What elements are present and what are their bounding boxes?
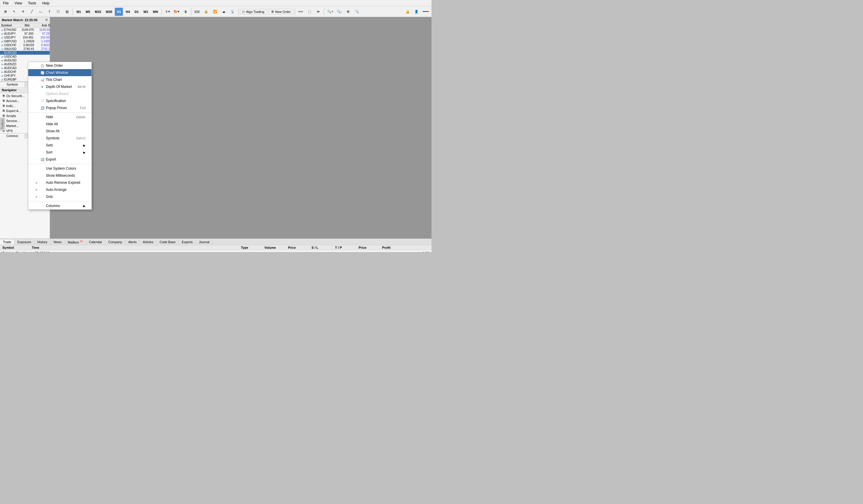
line-btn[interactable]: ╱ xyxy=(28,8,36,16)
ctx-item-hide_all[interactable]: Hide All xyxy=(28,121,91,128)
ide-btn[interactable]: IDE xyxy=(193,8,201,16)
ctx-item-symbols[interactable]: Symbols Ctrl+U xyxy=(28,135,91,142)
ctx-label-depth_of_market: Depth Of Market xyxy=(46,85,72,89)
market-watch-row[interactable]: ⇌ EURUSD 0.23% xyxy=(0,51,50,55)
new-order-btn[interactable]: ⊕ New Order xyxy=(268,9,293,14)
terminal-tab-alerts[interactable]: Alerts xyxy=(125,240,140,244)
market-watch-header: Market Watch: 22:25:05 ✕ xyxy=(0,17,50,23)
ctx-item-hide[interactable]: Hide Delete xyxy=(28,114,91,121)
sep6 xyxy=(324,8,324,15)
terminal-tab-journal[interactable]: Journal xyxy=(196,240,213,244)
ctx-item-sort[interactable]: Sort ▶ xyxy=(28,149,91,156)
tools-btn[interactable]: ▤ xyxy=(63,8,71,16)
hline-btn[interactable]: — xyxy=(37,8,45,16)
terminal-tab-news[interactable]: News xyxy=(51,240,65,244)
tf-w1[interactable]: W1 xyxy=(141,8,151,16)
tf-m15[interactable]: M15 xyxy=(93,8,103,16)
text-btn[interactable]: T xyxy=(45,8,53,16)
nav-expand-icon: ⊕ xyxy=(2,99,5,103)
ctx-item-export[interactable]: 🔄Export xyxy=(28,156,91,163)
grid-btn[interactable]: ⊞ xyxy=(344,8,352,16)
market-watch-row[interactable]: ⇌ AUDJPY 97.200 97.295 -0.81% xyxy=(0,32,50,36)
market-watch-row[interactable]: ⇌ GBPUSD 1.24928 1.24999 0.28% xyxy=(0,39,50,43)
terminal-tab-exposure[interactable]: Exposure xyxy=(14,240,34,244)
search-btn[interactable]: 🔍 xyxy=(353,8,361,16)
ctx-item-columns[interactable]: Columns ▶ xyxy=(28,202,91,209)
nav-item-label: Scripts xyxy=(6,114,16,118)
chart-shift-btn[interactable]: ⬚ xyxy=(305,8,314,16)
indicators-s-btn[interactable]: S xyxy=(182,8,190,16)
ctx-item-chart_window[interactable]: 📈Chart Window xyxy=(28,69,91,76)
ctx-item-specification[interactable]: 📄Specification xyxy=(28,97,91,104)
tf-mn[interactable]: MN xyxy=(151,8,160,16)
ctx-icon-symbols xyxy=(40,136,45,141)
ctx-icon-hide_all xyxy=(40,122,45,126)
menu-view[interactable]: View xyxy=(11,1,25,6)
color-btn[interactable]: 🎨▾ xyxy=(172,8,181,16)
toolbox-strip[interactable]: Toolbox xyxy=(0,118,5,130)
market-watch-row[interactable]: ⇌ USDCAD -0.12% xyxy=(0,55,50,59)
ctx-item-auto_arrange[interactable]: ✓Auto Arrange xyxy=(28,186,91,193)
ctx-left-auto_arrange: ✓Auto Arrange xyxy=(34,187,66,192)
account-btn[interactable]: 👤 xyxy=(412,8,421,16)
market-watch-row[interactable]: ⇌ USDJPY 154.491 154.569 -0.79% xyxy=(0,36,50,39)
ctx-item-depth_of_market[interactable]: ≡Depth Of Market Alt+B xyxy=(28,83,91,90)
ctx-item-use_system_colors[interactable]: Use System Colors xyxy=(28,165,91,172)
terminal-tab-company[interactable]: Company xyxy=(105,240,125,244)
tf-h4[interactable]: H4 xyxy=(124,8,132,16)
ctx-item-auto_remove_expired[interactable]: ✓Auto Remove Expired xyxy=(28,179,91,186)
terminal-tab-articles[interactable]: Articles xyxy=(140,240,157,244)
terminal-section: TradeExposureHistoryNewsMailbox 11Calend… xyxy=(0,238,432,252)
cloud-btn[interactable]: ☁ xyxy=(220,8,228,16)
new-chart-btn[interactable]: ⊞ xyxy=(1,8,9,16)
ctx-item-new_order[interactable]: 📋New Order xyxy=(28,62,91,69)
market-watch-row[interactable]: ⇌ USDCHF 0.90159 0.90229 -0.58% xyxy=(0,43,50,47)
chart-type-btn[interactable]: 🕯▾ xyxy=(163,8,172,16)
nav-tab-common[interactable]: Common xyxy=(0,134,25,138)
tf-m1[interactable]: M1 xyxy=(74,8,83,16)
ctx-item-popup_prices[interactable]: 🔄Popup Prices F10 xyxy=(28,104,91,111)
terminal-tab-calendar[interactable]: Calendar xyxy=(86,240,105,244)
algo-trading-btn[interactable]: ▷ Algo Trading xyxy=(240,9,267,14)
menu-help[interactable]: Help xyxy=(39,1,52,6)
tf-m5[interactable]: M5 xyxy=(84,8,92,16)
terminal-tab-trade[interactable]: Trade xyxy=(0,240,14,244)
ctx-left-grid: ✓Grid xyxy=(34,194,53,199)
algo-label: Algo Trading xyxy=(246,10,264,14)
auto-scroll-btn[interactable]: ≫ xyxy=(314,8,322,16)
nav-item-label: Expert A... xyxy=(6,109,21,113)
signal-btn[interactable]: 📡 xyxy=(228,8,237,16)
tf-m30[interactable]: M30 xyxy=(104,8,114,16)
market-watch-row[interactable]: ⇌ ETHUSD 3149.075 3149.655 -2.52% xyxy=(0,28,50,32)
tf-h1[interactable]: H1 xyxy=(115,8,123,16)
terminal-tab-mailbox[interactable]: Mailbox 11 xyxy=(65,239,86,245)
tab-symbols[interactable]: Symbols xyxy=(0,82,25,87)
volume-btn[interactable]: ━━━ xyxy=(421,8,430,16)
bid-value: 1.24928 xyxy=(16,40,34,43)
ctx-item-tick_chart[interactable]: 📊Tick Chart xyxy=(28,76,91,83)
depth-btn[interactable]: ⟺ xyxy=(297,8,305,16)
menu-tools[interactable]: Tools xyxy=(25,1,39,6)
symbol-name: ⇌ AUDCHF xyxy=(1,70,16,74)
zoom-in-btn[interactable]: 🔍+ xyxy=(326,8,335,16)
symbol-name: ⇌ XAUUSD xyxy=(1,47,16,51)
terminal-tab-experts[interactable]: Experts xyxy=(179,240,196,244)
chart-area[interactable] xyxy=(50,17,432,238)
ctx-item-show_all[interactable]: Show All xyxy=(28,128,91,135)
tf-d1[interactable]: D1 xyxy=(133,8,141,16)
market-watch-close[interactable]: ✕ xyxy=(45,18,48,22)
lock-btn[interactable]: 🔒 xyxy=(202,8,210,16)
menu-file[interactable]: File xyxy=(0,1,11,6)
crosshair-btn[interactable]: ✛ xyxy=(19,8,27,16)
alert-btn[interactable]: 🔔 xyxy=(403,8,412,16)
ctx-item-grid[interactable]: ✓Grid xyxy=(28,193,91,200)
terminal-tab-history[interactable]: History xyxy=(34,240,51,244)
market-watch-row[interactable]: ⇌ XAUUSD 2740.43 2741.12 -0.98% xyxy=(0,47,50,51)
wifi-btn[interactable]: 📶 xyxy=(211,8,219,16)
terminal-tab-code-base[interactable]: Code Base xyxy=(157,240,178,244)
zoom-out-btn[interactable]: 🔍- xyxy=(335,8,343,16)
ctx-item-show_milliseconds[interactable]: Show Milliseconds xyxy=(28,172,91,179)
arrow-btn[interactable]: ↖ xyxy=(10,8,18,16)
ctx-item-sets[interactable]: Sets ▶ xyxy=(28,142,91,149)
shape-btn[interactable]: ⬡ xyxy=(54,8,62,16)
